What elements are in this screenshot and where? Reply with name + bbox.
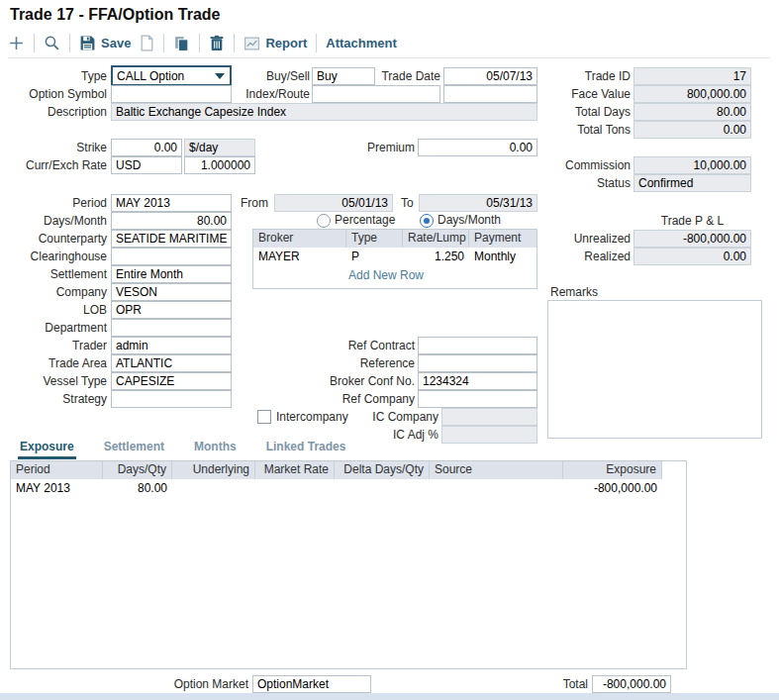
exposure-period-cell[interactable]: MAY 2013 <box>11 479 103 497</box>
trade-pnl-title: Trade P & L <box>633 212 751 230</box>
to-label: To <box>401 194 419 212</box>
option-symbol-label: Option Symbol <box>8 85 107 103</box>
lob-label: LOB <box>8 301 107 319</box>
strike-field[interactable]: 0.00 <box>111 139 182 156</box>
blank-document-icon <box>140 35 154 51</box>
exposure-column-header[interactable]: Exposure <box>563 461 662 479</box>
counterparty-field[interactable]: SEATIDE MARITIME <box>111 230 232 248</box>
exposure-underlying-cell[interactable] <box>172 479 255 497</box>
source-column-header[interactable]: Source <box>430 461 563 479</box>
tab-linked-trades[interactable]: Linked Trades <box>264 440 348 459</box>
broker-row[interactable]: MAYER P 1.250 Monthly <box>253 248 536 265</box>
trade-date-label: Trade Date <box>361 67 440 85</box>
copy-button[interactable] <box>173 35 190 51</box>
vessel-type-label: Vessel Type <box>8 372 107 390</box>
rate-lump-column-header[interactable]: Rate/Lump <box>403 230 469 248</box>
toolbar-separator <box>163 34 164 52</box>
trade-area-field[interactable]: ATLANTIC <box>111 354 232 372</box>
exposure-grid-header: Period Days/Qty Underlying Market Rate D… <box>11 461 686 479</box>
ref-contract-field[interactable] <box>418 337 537 354</box>
clearinghouse-label: Clearinghouse <box>8 248 107 265</box>
plus-icon <box>8 35 25 51</box>
search-icon <box>44 35 60 51</box>
strike-label: Strike <box>8 139 107 156</box>
strategy-label: Strategy <box>8 390 107 408</box>
company-field[interactable]: VESON <box>111 283 232 301</box>
trader-field[interactable]: admin <box>111 337 232 354</box>
index-route-field-1[interactable] <box>312 85 440 103</box>
tab-months[interactable]: Months <box>192 440 239 459</box>
trade-date-field[interactable]: 05/07/13 <box>443 67 537 85</box>
total-days-field: 80.00 <box>633 103 751 121</box>
lob-field[interactable]: OPR <box>111 301 232 319</box>
exposure-exposure-cell[interactable]: -800,000.00 <box>563 479 662 497</box>
broker-cell[interactable]: MAYER <box>253 248 346 265</box>
add-new-row-link[interactable]: Add New Row <box>348 268 424 282</box>
report-chart-icon <box>243 35 260 51</box>
vessel-type-field[interactable]: CAPESIZE <box>111 372 232 390</box>
intercompany-checkbox[interactable] <box>257 410 271 424</box>
days-qty-column-header[interactable]: Days/Qty <box>103 461 172 479</box>
buy-sell-label: Buy/Sell <box>211 67 310 85</box>
payment-column-header[interactable]: Payment <box>469 230 536 248</box>
clearinghouse-field[interactable] <box>111 248 232 265</box>
ref-company-field[interactable] <box>418 390 537 408</box>
search-button[interactable] <box>44 35 60 51</box>
trade-window: Trade 17 - FFA/Option Trade Save Report <box>0 0 779 700</box>
to-field: 05/31/13 <box>419 194 537 212</box>
curr-exch-rate-label: Curr/Exch Rate <box>8 156 107 174</box>
tab-bar: Exposure Settlement Months Linked Trades <box>18 440 347 459</box>
broker-type-cell[interactable]: P <box>346 248 403 265</box>
period-column-header[interactable]: Period <box>11 461 103 479</box>
days-month-radio[interactable] <box>420 214 434 228</box>
department-field[interactable] <box>111 319 232 337</box>
exposure-days-qty-cell[interactable]: 80.00 <box>103 479 172 497</box>
total-tons-field: 0.00 <box>633 121 751 139</box>
currency-field[interactable]: USD <box>111 156 182 174</box>
option-market-label: Option Market <box>149 675 248 693</box>
delete-button[interactable] <box>209 35 225 51</box>
tab-exposure[interactable]: Exposure <box>18 440 76 459</box>
index-route-field-2[interactable] <box>443 85 537 103</box>
days-month-field[interactable]: 80.00 <box>111 212 232 230</box>
reference-field[interactable] <box>418 354 537 372</box>
exposure-market-rate-cell[interactable] <box>255 479 335 497</box>
exposure-row[interactable]: MAY 2013 80.00 -800,000.00 <box>11 479 686 497</box>
toolbar-separator <box>234 34 235 52</box>
exch-rate-field[interactable]: 1.000000 <box>184 156 255 174</box>
attachment-button[interactable]: Attachment <box>326 36 397 50</box>
broker-conf-no-field[interactable]: 1234324 <box>418 372 537 390</box>
total-days-label: Total Days <box>532 103 631 121</box>
broker-grid: Broker Type Rate/Lump Payment MAYER P 1.… <box>252 229 537 289</box>
delta-days-qty-column-header[interactable]: Delta Days/Qty <box>335 461 430 479</box>
exposure-source-cell[interactable] <box>430 479 563 497</box>
exposure-delta-cell[interactable] <box>335 479 430 497</box>
option-market-field[interactable]: OptionMarket <box>252 675 371 693</box>
payment-cell[interactable]: Monthly <box>469 248 536 265</box>
period-label: Period <box>8 194 107 212</box>
premium-field[interactable]: 0.00 <box>418 139 537 156</box>
percentage-radio[interactable] <box>317 214 331 228</box>
underlying-column-header[interactable]: Underlying <box>172 461 255 479</box>
save-button[interactable]: Save <box>79 35 131 51</box>
face-value-field: 800,000.00 <box>633 85 751 103</box>
settlement-field[interactable]: Entire Month <box>111 265 232 283</box>
ic-adj-field <box>441 426 537 444</box>
reference-label: Reference <box>316 354 415 372</box>
description-label: Description <box>8 103 107 121</box>
ic-adj-label: IC Adj % <box>340 426 438 444</box>
toolbar-separator <box>316 34 317 52</box>
new-document-button[interactable] <box>140 35 154 51</box>
total-tons-label: Total Tons <box>532 121 631 139</box>
tab-settlement[interactable]: Settlement <box>102 440 166 459</box>
strategy-field[interactable] <box>111 390 232 408</box>
market-rate-column-header[interactable]: Market Rate <box>255 461 335 479</box>
report-button[interactable]: Report <box>243 35 307 51</box>
broker-column-header[interactable]: Broker <box>253 230 346 248</box>
rate-lump-cell[interactable]: 1.250 <box>403 248 469 265</box>
type-column-header[interactable]: Type <box>346 230 403 248</box>
remarks-textarea[interactable] <box>547 300 762 439</box>
period-field[interactable]: MAY 2013 <box>111 194 232 212</box>
description-field: Baltic Exchange Capesize Index <box>111 103 537 121</box>
new-trade-button[interactable] <box>8 35 25 51</box>
